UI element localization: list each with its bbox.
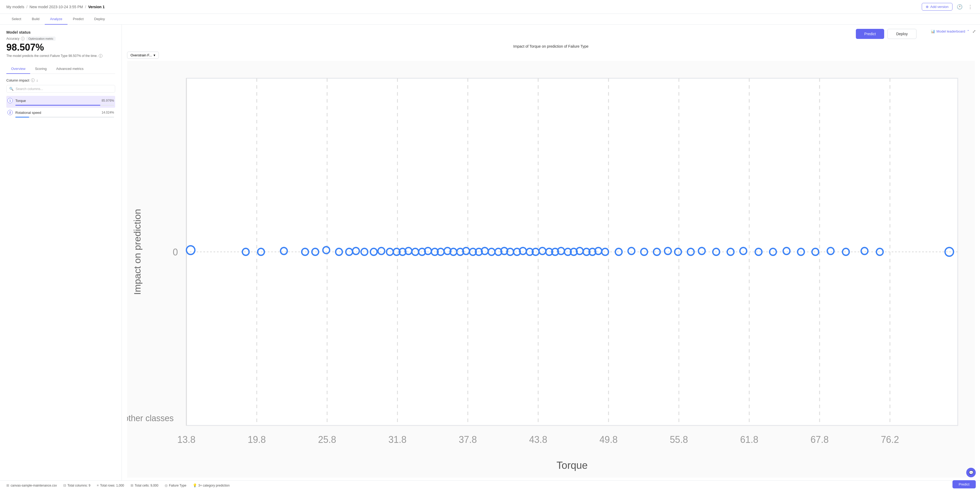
col-bar-fill-rotational xyxy=(15,117,29,118)
chart-svg-container: 0 Impact on prediction All other classes… xyxy=(127,61,975,477)
chat-icon: 💬 xyxy=(969,471,974,475)
leaderboard-button[interactable]: 📊 Model leaderboard ⌃ xyxy=(931,29,970,33)
topbar-actions: ⊕ Add version 🕐 ⋮ xyxy=(922,3,974,11)
x-tick-1: 19.8 xyxy=(248,434,266,445)
nav-tabs: Select Build Analyze Predict Deploy xyxy=(0,14,980,25)
y-zero-label: 0 xyxy=(173,247,178,257)
tab-select[interactable]: Select xyxy=(6,14,27,25)
class-dropdown-value: Overstrain F... xyxy=(130,53,152,57)
sub-tabs: Overview Scoring Advanced metrics xyxy=(6,64,115,74)
breadcrumb-model[interactable]: New model 2023-10-24 3:55 PM xyxy=(30,5,83,9)
class-dropdown-icon: ▾ xyxy=(154,53,155,57)
breadcrumb-sep2: / xyxy=(85,5,86,9)
tab-deploy[interactable]: Deploy xyxy=(89,14,110,25)
x-tick-0: 13.8 xyxy=(177,434,196,445)
accuracy-desc-text: The model predicts the correct Failure T… xyxy=(6,54,98,58)
column-item-rotational-speed[interactable]: 2 Rotational speed 14.024% xyxy=(6,108,115,120)
search-input[interactable] xyxy=(16,87,112,91)
column-item-torque[interactable]: 1 Torque 85.976% xyxy=(6,96,115,108)
accuracy-label-text: Accuracy xyxy=(6,37,19,40)
subtab-advanced-metrics[interactable]: Advanced metrics xyxy=(51,64,88,74)
breadcrumb-sep1: / xyxy=(27,5,27,9)
more-options-button[interactable]: ⋮ xyxy=(967,3,974,11)
leaderboard-label: Model leaderboard xyxy=(937,29,965,33)
col-item-left-torque: 1 Torque xyxy=(7,98,26,103)
right-action-area: 📊 Model leaderboard ⌃ ⤢ xyxy=(931,29,976,34)
tab-analyze[interactable]: Analyze xyxy=(45,14,67,25)
search-box[interactable]: 🔍 xyxy=(6,85,115,93)
deploy-button-top[interactable]: Deploy xyxy=(887,29,916,39)
col-name-rotational: Rotational speed xyxy=(15,111,41,115)
left-panel: Model status Accuracy i Optimization met… xyxy=(0,25,122,482)
add-version-icon: ⊕ xyxy=(926,5,929,9)
breadcrumb-version: Version 1 xyxy=(88,5,105,9)
x-tick-5: 43.8 xyxy=(529,434,547,445)
x-axis-label: Torque xyxy=(557,460,587,471)
y-bottom-label: All other classes xyxy=(127,414,173,423)
col-item-header-rotational: 2 Rotational speed 14.024% xyxy=(7,110,114,115)
model-status-title: Model status xyxy=(6,30,115,34)
x-tick-4: 37.8 xyxy=(459,434,477,445)
search-icon: 🔍 xyxy=(9,87,13,91)
chart-svg: 0 Impact on prediction All other classes… xyxy=(127,61,975,477)
x-tick-7: 55.8 xyxy=(670,434,688,445)
chart-area: Impact of Torque on prediction of Failur… xyxy=(127,44,975,477)
chart-title: Impact of Torque on prediction of Failur… xyxy=(127,44,975,48)
class-dropdown[interactable]: Overstrain F... ▾ xyxy=(127,52,159,59)
col-item-left-rotational: 2 Rotational speed xyxy=(7,110,41,115)
predict-button-top[interactable]: Predict xyxy=(856,29,885,39)
y-axis-label: Impact on prediction xyxy=(132,209,143,295)
x-tick-2: 25.8 xyxy=(318,434,336,445)
add-version-label: Add version xyxy=(930,5,948,9)
x-tick-3: 31.8 xyxy=(388,434,407,445)
column-impact-info-icon[interactable]: i xyxy=(31,78,35,82)
tab-build[interactable]: Build xyxy=(27,14,45,25)
accuracy-desc: The model predicts the correct Failure T… xyxy=(6,54,115,58)
col-item-header-torque: 1 Torque 85.976% xyxy=(7,98,114,103)
col-name-torque: Torque xyxy=(15,99,26,103)
chart-controls: Overstrain F... ▾ xyxy=(127,52,975,59)
history-button[interactable]: 🕐 xyxy=(956,3,964,11)
tab-predict[interactable]: Predict xyxy=(67,14,89,25)
status-bar: ⊞ canvas-sample-maintenance.csv ⊟ Total … xyxy=(0,480,980,482)
subtab-scoring[interactable]: Scoring xyxy=(30,64,51,74)
predict-button-bottom[interactable]: Predict xyxy=(953,480,976,482)
leaderboard-icon: 📊 xyxy=(931,29,935,33)
col-bar-fill-torque xyxy=(15,105,100,106)
expand-button[interactable]: ⤢ xyxy=(972,29,976,34)
add-version-button[interactable]: ⊕ Add version xyxy=(922,3,953,11)
accuracy-info-icon[interactable]: i xyxy=(21,37,25,40)
opt-metric-badge: Optimization metric xyxy=(26,37,55,41)
col-pct-rotational: 14.024% xyxy=(102,111,114,115)
column-impact-header: Column impact i ↓ xyxy=(6,78,115,82)
topbar: My models / New model 2023-10-24 3:55 PM… xyxy=(0,0,980,14)
right-panel: 📊 Model leaderboard ⌃ ⤢ Predict Deploy I… xyxy=(122,25,980,482)
accuracy-value: 98.507% xyxy=(6,42,115,53)
col-num-1: 1 xyxy=(7,98,13,103)
col-bar-track-torque xyxy=(15,105,114,106)
breadcrumb-mymodels[interactable]: My models xyxy=(6,5,24,9)
accuracy-desc-info-icon[interactable]: i xyxy=(99,54,102,58)
top-buttons-row: Predict Deploy xyxy=(127,29,975,39)
col-pct-torque: 85.976% xyxy=(102,99,114,102)
x-tick-6: 49.8 xyxy=(599,434,617,445)
x-tick-8: 61.8 xyxy=(740,434,759,445)
col-bar-track-rotational xyxy=(15,117,114,118)
col-num-2: 2 xyxy=(7,110,13,115)
subtab-overview[interactable]: Overview xyxy=(6,64,30,74)
breadcrumb: My models / New model 2023-10-24 3:55 PM… xyxy=(6,5,105,9)
leaderboard-chevron-icon: ⌃ xyxy=(967,29,970,33)
x-tick-9: 67.8 xyxy=(811,434,829,445)
chat-button[interactable]: 💬 xyxy=(966,468,976,477)
accuracy-label-row: Accuracy i Optimization metric xyxy=(6,37,115,41)
column-impact-title: Column impact xyxy=(6,78,29,82)
x-tick-10: 76.2 xyxy=(881,434,899,445)
sort-icon[interactable]: ↓ xyxy=(36,78,38,82)
